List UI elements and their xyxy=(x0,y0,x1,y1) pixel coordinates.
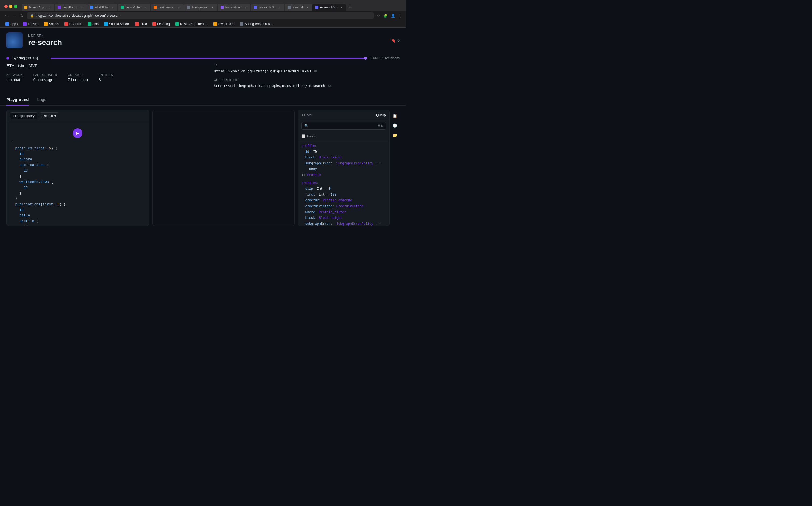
tab-ethglobal[interactable]: ETHGlobal × xyxy=(87,4,118,11)
code-line-9: id xyxy=(11,185,145,190)
query-toolbar: Example query Default ▾ xyxy=(7,110,149,122)
menu-button[interactable]: ⋮ xyxy=(398,13,403,19)
tab-close-button[interactable]: × xyxy=(340,5,343,9)
tab-logs[interactable]: Logs xyxy=(38,94,46,106)
tab-close-button[interactable]: × xyxy=(211,5,215,9)
sync-dot xyxy=(6,57,9,60)
bookmark-surfski[interactable]: Surfski School xyxy=(102,21,132,26)
tab-close-button[interactable]: × xyxy=(278,5,282,9)
tab-close-button[interactable]: × xyxy=(111,5,115,9)
docs-folder-button[interactable]: 📁 xyxy=(391,132,398,139)
tab-close-button[interactable]: × xyxy=(305,5,309,9)
docs-field-skip: skip xyxy=(305,187,313,191)
tab-label: Lens Proto... xyxy=(125,6,142,9)
profile-button[interactable]: 👤 xyxy=(390,13,396,19)
tab-playground[interactable]: Playground xyxy=(6,94,29,106)
new-tab-button[interactable]: + xyxy=(347,4,354,11)
bookmark-label: CiCd xyxy=(140,22,147,26)
tab-grants[interactable]: Grants App... × xyxy=(21,4,55,11)
docs-type-block-height[interactable]: Block_height xyxy=(319,156,342,160)
extensions-button[interactable]: 🧩 xyxy=(382,13,388,19)
tab-label: Publication... xyxy=(225,6,242,9)
reload-button[interactable]: ↻ xyxy=(19,12,25,19)
meta-grid: NETWORK mumbai LAST UPDATED 6 hours ago … xyxy=(6,73,192,82)
copy-url-button[interactable]: ⧉ xyxy=(327,83,332,89)
tab-logs-label: Logs xyxy=(38,97,46,102)
tab-publications[interactable]: Publication... × xyxy=(218,4,250,11)
copy-id-button[interactable]: ⧉ xyxy=(313,68,318,74)
bookmark-label: DO THIS xyxy=(69,22,82,26)
address-bar[interactable]: 🔒 thegraph.com/hosted-service/subgraph/m… xyxy=(27,12,374,19)
docs-search[interactable]: 🔍 ⌘ K xyxy=(301,122,386,130)
docs-entry-profile: profile( id: ID! block: Block_height sub… xyxy=(301,143,386,178)
docs-return-profile[interactable]: Profile xyxy=(307,173,321,177)
query-editor: Example query Default ▾ ▶ { profiles(fir… xyxy=(6,110,149,226)
run-query-button[interactable]: ▶ xyxy=(73,128,82,138)
bookmark-snarks[interactable]: Snarks xyxy=(42,21,61,26)
minimize-window-button[interactable] xyxy=(9,5,12,8)
search-shortcut: ⌘ K xyxy=(377,124,383,128)
browser-actions: ☆ 🧩 👤 ⋮ xyxy=(376,13,403,19)
search-icon: 🔍 xyxy=(304,124,308,128)
tab-playground-label: Playground xyxy=(6,97,29,102)
docs-type-id: ID! xyxy=(313,150,319,154)
example-query-label: Example query xyxy=(13,114,34,118)
code-editor-area[interactable]: ▶ { profiles(first: 5) { id hScore publi… xyxy=(7,122,149,226)
bookmark-cicd[interactable]: CiCd xyxy=(133,21,149,26)
docs-type-profile-filter[interactable]: Profile_filter xyxy=(319,210,346,214)
bookmark-button[interactable]: ☆ xyxy=(376,13,381,19)
forward-button[interactable]: → xyxy=(11,12,17,19)
tab-label: LensPub -... xyxy=(63,6,78,9)
docs-type-subgraph-error-policy[interactable]: _SubgraphErrorPolicy_! xyxy=(334,162,377,165)
close-window-button[interactable] xyxy=(4,5,8,8)
meta-network-label: NETWORK xyxy=(6,73,23,77)
tab-label: re-search S... xyxy=(320,6,338,9)
back-button[interactable]: ← xyxy=(3,12,9,19)
tab-close-button[interactable]: × xyxy=(48,5,52,9)
docs-fields-toggle[interactable]: ⬜ Fields xyxy=(301,134,386,139)
tab-research1[interactable]: re-search S... × xyxy=(251,4,284,11)
docs-type-order-direction[interactable]: OrderDirection xyxy=(337,204,364,208)
tab-lenspub[interactable]: LensPub -... × xyxy=(55,4,86,11)
bookmark-favicon xyxy=(135,22,139,26)
tab-favicon xyxy=(221,6,224,9)
bookmark-learning[interactable]: Learning xyxy=(150,21,172,26)
example-query-select[interactable]: Example query xyxy=(10,112,38,119)
subgraph-header: MDEISEN re-search 🔖 0 xyxy=(0,28,406,53)
docs-history-button[interactable]: 🕐 xyxy=(391,122,398,129)
subgraph-title-area: MDEISEN re-search xyxy=(28,34,386,47)
docs-type-block-height2[interactable]: Block_height xyxy=(319,216,342,220)
tab-lensproto[interactable]: Lens Proto... × xyxy=(118,4,150,11)
default-select[interactable]: Default ▾ xyxy=(40,112,59,119)
bookmark-lenster[interactable]: Lenster xyxy=(21,21,41,26)
tab-close-button[interactable]: × xyxy=(144,5,148,9)
code-line-2: profiles(first: 5) { xyxy=(11,146,145,151)
tab-close-button[interactable]: × xyxy=(80,5,84,9)
sync-status-label: Syncing (99.9%) xyxy=(12,56,48,60)
bookmark-rest-api[interactable]: Rest API Authenti... xyxy=(173,21,210,26)
bookmark-springboot[interactable]: Spring Boot 3.0 R... xyxy=(237,21,275,26)
tab-close-button[interactable]: × xyxy=(244,5,248,9)
tab-favicon xyxy=(58,6,61,9)
docs-back-button[interactable]: < Docs xyxy=(301,113,312,117)
docs-type-profile-order-by[interactable]: Profile_orderBy xyxy=(323,198,352,202)
progress-bar-fill xyxy=(51,58,365,59)
bookmark-sweat1000[interactable]: Sweat1000 xyxy=(211,21,236,26)
docs-copy-button[interactable]: 📋 xyxy=(391,112,398,119)
docs-type-profile[interactable]: profile xyxy=(301,144,315,148)
tab-usecreator[interactable]: useCreator... × xyxy=(151,4,183,11)
bookmark-label: Learning xyxy=(157,22,170,26)
bookmark-label: Spring Boot 3.0 R... xyxy=(244,22,273,26)
bookmark-eldo[interactable]: eldo xyxy=(85,21,101,26)
maximize-window-button[interactable] xyxy=(14,5,17,8)
bookmark-do-this[interactable]: DO THIS xyxy=(62,21,84,26)
bookmark-apps[interactable]: Apps xyxy=(3,21,20,26)
tab-transparen[interactable]: Transparen... × xyxy=(184,4,217,11)
bookmark-icon: 🔖 xyxy=(391,38,396,43)
tab-research2-active[interactable]: re-search S... × xyxy=(312,4,346,11)
tab-close-button[interactable]: × xyxy=(177,5,181,9)
docs-type-subgraph-error-policy2[interactable]: _SubgraphErrorPolicy_! xyxy=(334,222,377,226)
docs-type-profiles[interactable]: profiles xyxy=(301,181,317,185)
bookmark-count-button[interactable]: 🔖 0 xyxy=(391,38,399,43)
tab-newtab[interactable]: New Tab × xyxy=(285,4,312,11)
